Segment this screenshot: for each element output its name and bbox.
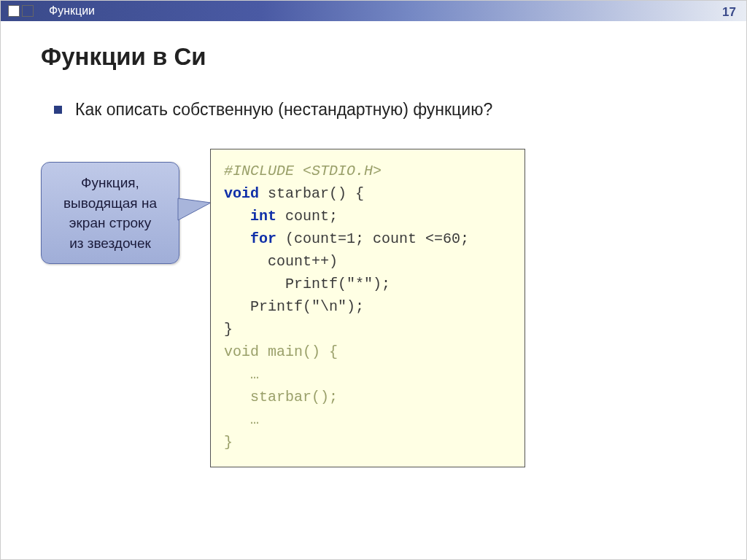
callout-line: Функция, (47, 173, 173, 193)
code-line: Printf("*"); (224, 273, 511, 295)
code-line: void starbar() { (224, 182, 511, 205)
slide: Функции 17 Функции в Си Как описать собс… (0, 0, 747, 560)
callout-line: выводящая на (47, 193, 173, 214)
diagram: Функция, выводящая на экран строку из зв… (41, 149, 706, 528)
bullet-text: Как описать собственную (нестандартную) … (75, 100, 492, 120)
code-line: starbar(); (224, 386, 511, 408)
code-line: for (count=1; count <=60; (224, 228, 511, 250)
logo-blocks (8, 5, 36, 17)
page-number: 17 (722, 5, 736, 20)
code-line: void main() { (224, 341, 511, 363)
breadcrumb: Функции (49, 4, 95, 18)
code-line: … (224, 408, 511, 431)
square-bullet-icon (54, 106, 62, 114)
callout-box: Функция, выводящая на экран строку из зв… (41, 162, 179, 264)
bullet-item: Как описать собственную (нестандартную) … (54, 100, 706, 120)
code-line: } (224, 318, 511, 341)
content: Функции в Си Как описать собственную (не… (1, 21, 746, 542)
code-box: #INCLUDE <STDIO.H> void starbar() { int … (210, 149, 525, 467)
callout-line: экран строку (47, 213, 173, 233)
code-line: count++) (224, 250, 511, 273)
page-title: Функции в Си (41, 43, 706, 71)
code-line: … (224, 363, 511, 386)
callout-line: из звездочек (47, 233, 173, 254)
code-line: int count; (224, 205, 511, 228)
svg-marker-0 (178, 198, 211, 220)
block-icon (8, 5, 20, 17)
code-line: #INCLUDE <STDIO.H> (224, 160, 511, 182)
code-line: Printf("\n"); (224, 295, 511, 318)
code-line: } (224, 431, 511, 454)
header-bar: Функции (1, 1, 746, 21)
block-icon (22, 5, 34, 17)
